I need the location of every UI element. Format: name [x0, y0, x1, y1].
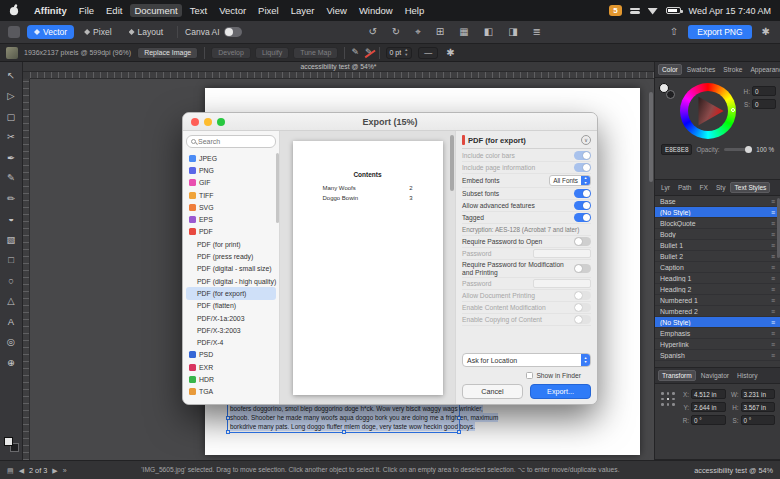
- setting-toggle[interactable]: [574, 264, 591, 273]
- format-list-item[interactable]: EPS: [186, 213, 276, 225]
- transform-value-input[interactable]: 3.231 in: [741, 389, 776, 399]
- text-style-item[interactable]: Bullet 2 ≡: [655, 251, 780, 262]
- hue-value[interactable]: 0: [752, 86, 776, 96]
- pencil-tool-icon[interactable]: ✎: [3, 170, 20, 187]
- menu-item[interactable]: Affinity: [30, 4, 71, 17]
- guides-icon[interactable]: ▦: [457, 25, 470, 39]
- format-list-item[interactable]: PDF: [186, 226, 276, 238]
- menu-item[interactable]: File: [75, 4, 98, 17]
- apple-logo-icon[interactable]: [9, 4, 19, 18]
- menu-item[interactable]: Vector: [215, 4, 250, 17]
- insert-inside-icon[interactable]: ◧: [482, 25, 495, 39]
- context-action-button[interactable]: Develop: [211, 47, 251, 59]
- setting-toggle[interactable]: [574, 201, 591, 210]
- menu-bar-clock[interactable]: Wed Apr 15 7:40 AM: [689, 6, 771, 16]
- panel-tab[interactable]: Lyr: [658, 183, 673, 192]
- context-action-button[interactable]: Liquify: [255, 47, 289, 59]
- fill-stroke-swatches[interactable]: [4, 437, 19, 452]
- fill-stroke-swatches[interactable]: [659, 83, 675, 99]
- text-style-item[interactable]: Bullet 1 ≡: [655, 240, 780, 251]
- setting-toggle[interactable]: [574, 315, 591, 324]
- menu-item[interactable]: Pixel: [254, 4, 283, 17]
- context-action-button[interactable]: Tune Map: [293, 47, 338, 59]
- drag-handle-icon[interactable]: ≡: [771, 330, 775, 337]
- transform-value-input[interactable]: 2.644 in: [691, 402, 726, 412]
- format-list-item[interactable]: PDF (press ready): [186, 250, 276, 262]
- drag-handle-icon[interactable]: ≡: [771, 319, 775, 326]
- panel-tab[interactable]: Swatches: [684, 65, 719, 74]
- hex-value[interactable]: E8E8E8: [661, 144, 692, 155]
- setting-dropdown[interactable]: All Fonts ▲▼: [549, 175, 591, 186]
- menu-item[interactable]: Help: [401, 4, 429, 17]
- text-style-item[interactable]: Spanish ≡: [655, 350, 780, 361]
- snapping-icon[interactable]: ⌖: [413, 25, 423, 39]
- canva-ai-toggle[interactable]: Canva AI: [185, 27, 242, 37]
- preview-scrollbar[interactable]: [450, 135, 454, 191]
- panel-tab[interactable]: Transform: [658, 370, 696, 381]
- panel-tab[interactable]: Stroke: [720, 65, 745, 74]
- format-list-item[interactable]: HDR: [186, 373, 276, 385]
- screen-record-badge[interactable]: 5: [609, 5, 621, 17]
- color-wheel[interactable]: [680, 83, 736, 139]
- menu-item[interactable]: View: [322, 4, 350, 17]
- next-page-icon[interactable]: ▶: [52, 467, 57, 474]
- location-dropdown[interactable]: Ask for Location ▲▼: [462, 353, 591, 367]
- pages-icon[interactable]: ▤: [7, 467, 14, 474]
- panel-tab[interactable]: Text Styles: [730, 182, 770, 193]
- document-tab[interactable]: accessibility test @ 54%*: [23, 62, 654, 72]
- selection-handle[interactable]: [342, 430, 346, 434]
- move-tool-icon[interactable]: ↖: [3, 67, 20, 84]
- text-style-item[interactable]: (No Style) ≡: [655, 317, 780, 328]
- dialog-title-bar[interactable]: Export (15%): [183, 113, 597, 131]
- format-list-item[interactable]: PSD: [186, 349, 276, 361]
- format-list-item[interactable]: PDF/X-3:2003: [186, 324, 276, 336]
- node-tool-icon[interactable]: ▷: [3, 88, 20, 105]
- frame-tool-icon[interactable]: ▢: [3, 108, 20, 125]
- ellipse-tool-icon[interactable]: ○: [3, 272, 20, 289]
- stroke-width-stepper[interactable]: 0 pt ▲▼: [386, 47, 413, 59]
- previous-page-icon[interactable]: ◀: [19, 467, 24, 474]
- setting-toggle[interactable]: [574, 213, 591, 222]
- setting-toggle[interactable]: [574, 189, 591, 198]
- selection-handle[interactable]: [457, 416, 461, 420]
- text-style-item[interactable]: (No Style) ≡: [655, 207, 780, 218]
- setting-toggle[interactable]: [574, 303, 591, 312]
- share-icon[interactable]: ⇧: [668, 25, 680, 39]
- zoom-window-button[interactable]: [217, 118, 225, 126]
- setting-toggle[interactable]: [574, 151, 591, 160]
- persona-button[interactable]: Pixel: [77, 25, 118, 39]
- stroke-style-dropdown[interactable]: —: [418, 47, 438, 59]
- panel-tab[interactable]: FX: [697, 183, 711, 192]
- rectangle-tool-icon[interactable]: □: [3, 252, 20, 269]
- password-input[interactable]: [533, 279, 591, 288]
- erase-brush-icon[interactable]: ✎: [365, 48, 373, 57]
- setting-toggle[interactable]: [574, 163, 591, 172]
- collapse-chevron-icon[interactable]: ∨: [581, 135, 591, 145]
- drag-handle-icon[interactable]: ≡: [771, 308, 775, 315]
- panel-tab[interactable]: Sty: [713, 183, 729, 192]
- menu-item[interactable]: Text: [186, 4, 211, 17]
- format-list-item[interactable]: PDF (digital - high quality): [186, 275, 276, 287]
- text-style-item[interactable]: Numbered 2 ≡: [655, 306, 780, 317]
- format-list-item[interactable]: JPEG: [186, 152, 276, 164]
- settings-icon[interactable]: ✱: [760, 25, 772, 39]
- drag-handle-icon[interactable]: ≡: [771, 231, 775, 238]
- password-input[interactable]: [533, 249, 591, 258]
- drag-handle-icon[interactable]: ≡: [771, 242, 775, 249]
- format-list-item[interactable]: PDF/X-4: [186, 336, 276, 348]
- format-list-item[interactable]: PDF/X-1a:2003: [186, 312, 276, 324]
- search-field[interactable]: [186, 135, 276, 148]
- menu-item[interactable]: Edit: [102, 4, 126, 17]
- panel-tab[interactable]: Appearance: [747, 65, 780, 74]
- selection-handle[interactable]: [226, 430, 230, 434]
- replace-image-button[interactable]: Replace Image: [137, 47, 198, 59]
- panel-tab[interactable]: Color: [658, 64, 682, 75]
- drag-handle-icon[interactable]: ≡: [771, 253, 775, 260]
- control-center-icon[interactable]: [630, 7, 640, 15]
- text-style-item[interactable]: Base ≡: [655, 196, 780, 207]
- text-style-item[interactable]: BlockQuote ≡: [655, 218, 780, 229]
- text-style-item[interactable]: Body ≡: [655, 229, 780, 240]
- close-window-button[interactable]: [191, 118, 199, 126]
- transform-value-input[interactable]: 3.567 in: [741, 402, 776, 412]
- setting-toggle[interactable]: [574, 237, 591, 246]
